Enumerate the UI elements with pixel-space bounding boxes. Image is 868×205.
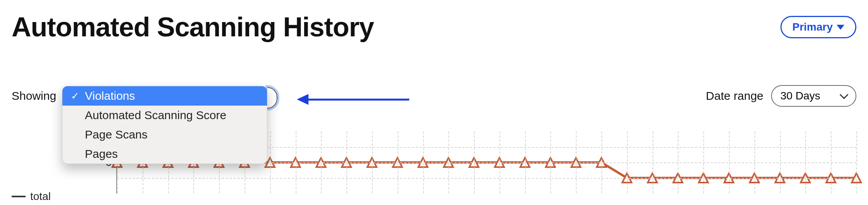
gridline-vertical — [321, 132, 322, 193]
gridline-vertical — [296, 132, 296, 193]
showing-label: Showing — [12, 89, 56, 102]
page-title: Automated Scanning History — [12, 12, 374, 43]
metric-option-page-scans[interactable]: ✓ Page Scans — [62, 125, 267, 144]
gridline-vertical — [550, 132, 551, 193]
gridline-vertical — [601, 132, 602, 193]
gridline-vertical — [346, 132, 347, 193]
annotation-arrow — [297, 97, 409, 101]
legend-swatch — [12, 196, 26, 197]
gridline-vertical — [423, 132, 424, 193]
gridline-vertical — [525, 132, 526, 193]
gridline-vertical — [398, 132, 398, 193]
gridline-vertical — [627, 132, 628, 193]
caret-down-icon — [837, 25, 844, 30]
date-range-value: 30 Days — [780, 90, 820, 102]
chart-legend: total — [12, 190, 51, 203]
metric-option-automated-scanning-score[interactable]: ✓ Automated Scanning Score — [62, 106, 267, 125]
gridline-vertical — [372, 132, 373, 193]
check-icon: ✓ — [71, 90, 79, 102]
gridline-vertical — [474, 132, 475, 193]
gridline-vertical — [805, 132, 806, 193]
primary-dropdown-label: Primary — [792, 21, 833, 33]
metric-option-label: Automated Scanning Score — [85, 109, 226, 122]
date-range-select[interactable]: 30 Days — [771, 85, 856, 107]
date-range-label: Date range — [706, 89, 763, 102]
series-line-total — [117, 162, 856, 178]
gridline-vertical — [703, 132, 704, 193]
gridline-vertical — [448, 132, 449, 193]
gridline-vertical — [499, 132, 500, 193]
gridline-vertical — [780, 132, 781, 193]
gridline-vertical — [856, 132, 857, 193]
gridline-vertical — [729, 132, 730, 193]
metric-option-label: Pages — [85, 147, 118, 161]
gridline-vertical — [576, 132, 577, 193]
primary-dropdown-button[interactable]: Primary — [780, 16, 856, 38]
metric-option-label: Page Scans — [85, 128, 148, 141]
chevron-down-icon — [840, 91, 849, 99]
metric-option-pages[interactable]: ✓ Pages — [62, 144, 267, 164]
metric-option-violations[interactable]: ✓ Violations — [62, 86, 267, 106]
arrow-shaft — [308, 99, 409, 101]
gridline-vertical — [653, 132, 653, 193]
gridline-vertical — [831, 132, 832, 193]
metric-option-label: Violations — [85, 89, 135, 102]
gridline-vertical — [270, 132, 271, 193]
gridline-horizontal — [117, 178, 856, 179]
gridline-vertical — [678, 132, 679, 193]
legend-label: total — [30, 190, 51, 203]
metric-dropdown-menu[interactable]: ✓ Violations ✓ Automated Scanning Score … — [62, 86, 267, 164]
arrow-left-icon — [297, 94, 308, 105]
gridline-vertical — [754, 132, 755, 193]
